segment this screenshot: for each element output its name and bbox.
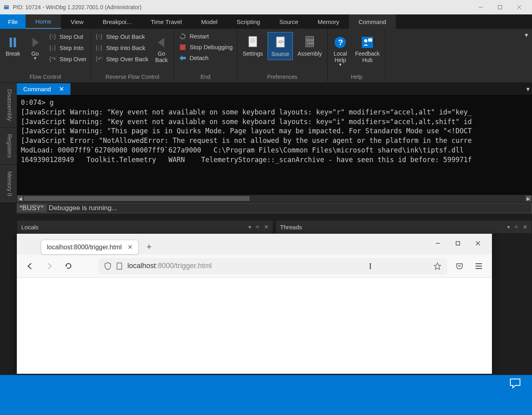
sidebar-tab-memory[interactable]: Memory 0 bbox=[0, 165, 17, 203]
menu-home[interactable]: Home bbox=[26, 14, 61, 29]
ribbon-chevron[interactable]: ▾ bbox=[521, 29, 532, 82]
ribbon-label: Flow Control bbox=[2, 72, 88, 82]
reload-button[interactable] bbox=[62, 259, 75, 273]
svg-rect-34 bbox=[456, 242, 460, 245]
break-button[interactable]: Break bbox=[2, 32, 24, 59]
play-icon bbox=[31, 34, 40, 50]
restart-icon bbox=[178, 33, 187, 40]
browser-minimize-button[interactable] bbox=[428, 236, 448, 251]
stop-icon bbox=[178, 44, 187, 50]
scroll-right-icon[interactable]: ▶ bbox=[526, 196, 531, 201]
svg-rect-38 bbox=[117, 263, 122, 269]
forward-button[interactable] bbox=[42, 259, 56, 273]
sidebar-tab-disassembly[interactable]: Disassembly bbox=[0, 83, 17, 128]
menu-time-travel[interactable]: Time Travel bbox=[141, 14, 191, 29]
restart-button[interactable]: Restart bbox=[177, 32, 234, 40]
sidebar: Disassembly Registers Memory 0 bbox=[0, 83, 17, 203]
detach-button[interactable]: Detach bbox=[177, 54, 234, 62]
menu-command[interactable]: Command bbox=[349, 14, 396, 29]
hamburger-menu-icon[interactable] bbox=[472, 259, 486, 273]
local-help-button[interactable]: ? Local Help ▼ bbox=[330, 32, 350, 69]
step-over-back-icon: {↶} bbox=[95, 55, 104, 62]
help-icon: ? bbox=[334, 34, 347, 50]
ribbon: Break Go ▼ {↑}Step Out {↓}Step Into {↷}S… bbox=[0, 29, 532, 83]
binary-icon: 01101010 bbox=[304, 34, 315, 50]
menu-model[interactable]: Model bbox=[191, 14, 227, 29]
minimize-button[interactable] bbox=[471, 0, 490, 14]
browser-maximize-button[interactable] bbox=[448, 236, 468, 251]
svg-rect-0 bbox=[4, 5, 9, 9]
browser-close-button[interactable] bbox=[468, 236, 488, 251]
menu-scripting[interactable]: Scripting bbox=[227, 14, 270, 29]
svg-text:{↶}: {↶} bbox=[96, 56, 103, 62]
source-mode-button[interactable]: </> Source bbox=[268, 32, 292, 60]
svg-marker-15 bbox=[158, 38, 164, 47]
close-icon[interactable]: ✕ bbox=[523, 224, 528, 230]
step-into-button[interactable]: {↓}Step Into bbox=[47, 43, 89, 52]
status-line: *BUSY* Debuggee is running... bbox=[17, 203, 532, 213]
close-icon[interactable]: ✕ bbox=[127, 243, 133, 251]
assembly-mode-button[interactable]: 01101010 Assembly bbox=[294, 32, 325, 59]
svg-text:{↑}: {↑} bbox=[49, 33, 56, 40]
menu-source[interactable]: Source bbox=[270, 14, 308, 29]
browser-content bbox=[17, 278, 492, 374]
url-bar[interactable]: localhost:8000/trigger.html I bbox=[99, 258, 447, 274]
menu-breakpoints[interactable]: Breakpoi... bbox=[93, 14, 141, 29]
step-out-icon: {↑} bbox=[48, 33, 57, 40]
chat-icon[interactable] bbox=[510, 378, 521, 389]
command-output[interactable]: 0:074> g [JavaScript Warning: "Key event… bbox=[17, 95, 532, 195]
svg-text:?: ? bbox=[338, 38, 343, 47]
svg-rect-6 bbox=[10, 38, 12, 47]
back-button[interactable] bbox=[23, 259, 37, 273]
command-tab[interactable]: Command ✕ bbox=[17, 83, 71, 95]
panel-dropdown[interactable]: ▾ bbox=[526, 85, 532, 93]
panel-title: Locals bbox=[21, 224, 38, 231]
svg-text:{↷}: {↷} bbox=[49, 56, 56, 62]
ribbon-group-prefs: Settings </> Source 01101010 Assembly Pr… bbox=[237, 29, 328, 82]
step-over-back-button[interactable]: {↶}Step Over Back bbox=[93, 54, 150, 63]
tab-title: localhost:8000/trigger.html bbox=[47, 244, 122, 251]
feedback-hub-button[interactable]: Feedback Hub bbox=[352, 32, 383, 66]
panel-dropdown-icon[interactable]: ▾ bbox=[248, 224, 251, 230]
horizontal-scrollbar[interactable]: ◀ ▶ bbox=[17, 195, 532, 202]
lower-panels: Locals ▾ ✧ ✕ Threads ▾ ✧ ✕ bbox=[17, 220, 532, 234]
svg-rect-7 bbox=[14, 38, 16, 47]
svg-text:</>: </> bbox=[278, 40, 284, 44]
cursor-icon: I bbox=[369, 261, 372, 271]
svg-text:{↓}: {↓} bbox=[49, 44, 56, 51]
step-out-button[interactable]: {↑}Step Out bbox=[47, 32, 89, 41]
step-over-button[interactable]: {↷}Step Over bbox=[47, 54, 89, 63]
step-into-back-button[interactable]: {↓}Step Into Back bbox=[93, 43, 150, 52]
bookmark-star-icon[interactable] bbox=[433, 262, 441, 270]
ribbon-group-reverse: {↑}Step Out Back {↓}Step Into Back {↶}St… bbox=[91, 29, 174, 82]
ribbon-group-help: ? Local Help ▼ Feedback Hub Help bbox=[328, 29, 385, 82]
scroll-thumb[interactable] bbox=[24, 196, 250, 201]
pin-icon[interactable]: ✧ bbox=[514, 224, 519, 230]
go-back-button[interactable]: Go Back bbox=[151, 32, 171, 66]
svg-rect-17 bbox=[180, 44, 185, 50]
close-button[interactable] bbox=[510, 0, 529, 14]
status-message: Debuggee is running... bbox=[46, 204, 120, 212]
panel-dropdown-icon[interactable]: ▾ bbox=[507, 224, 510, 230]
menu-memory[interactable]: Memory bbox=[308, 14, 349, 29]
menu-file[interactable]: File bbox=[0, 14, 26, 29]
sidebar-tab-registers[interactable]: Registers bbox=[0, 128, 17, 164]
go-button[interactable]: Go ▼ bbox=[25, 32, 45, 63]
settings-button[interactable]: Settings bbox=[240, 32, 266, 59]
pin-icon[interactable]: ✧ bbox=[255, 224, 260, 230]
pocket-icon[interactable] bbox=[453, 259, 466, 273]
browser-tab[interactable]: localhost:8000/trigger.html ✕ bbox=[41, 240, 139, 255]
ribbon-label: Help bbox=[330, 72, 383, 82]
step-out-back-icon: {↑} bbox=[95, 33, 104, 40]
shield-icon[interactable] bbox=[104, 262, 111, 270]
ribbon-label: Preferences bbox=[240, 72, 325, 82]
maximize-button[interactable] bbox=[490, 0, 510, 14]
scroll-left-icon[interactable]: ◀ bbox=[18, 196, 23, 201]
step-out-back-button[interactable]: {↑}Step Out Back bbox=[93, 32, 150, 41]
close-icon[interactable]: ✕ bbox=[59, 85, 64, 93]
new-tab-button[interactable]: + bbox=[144, 239, 154, 255]
svg-marker-37 bbox=[65, 265, 67, 267]
menu-view[interactable]: View bbox=[61, 14, 93, 29]
close-icon[interactable]: ✕ bbox=[264, 224, 269, 230]
stop-debugging-button[interactable]: Stop Debugging bbox=[177, 43, 234, 51]
